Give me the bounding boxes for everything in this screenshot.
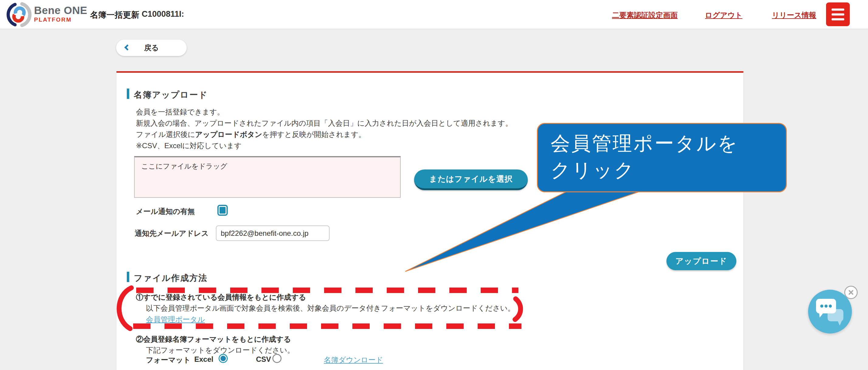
upload-description: 会員を一括登録できます。 新規入会の場合、アップロードされたファイル内の項目「入… <box>136 106 513 151</box>
dropzone-hint: ここにファイルをドラッグ <box>142 162 227 171</box>
method2-heading: ②会員登録名簿フォーマットをもとに作成する <box>136 334 291 344</box>
select-file-button[interactable]: またはファイルを選択 <box>414 169 528 190</box>
annotation-callout: 会員管理ポータルを クリック <box>537 123 787 192</box>
roster-download-link[interactable]: 名簿ダウンロード <box>324 355 383 365</box>
mail-notify-label: メール通知の有無 <box>136 207 195 216</box>
description-note: ※CSV、Excelに対応しています <box>136 140 513 151</box>
format-option-csv-label: CSV <box>256 355 271 364</box>
format-radio-excel[interactable] <box>219 354 228 363</box>
mail-notify-checkbox[interactable] <box>217 205 228 216</box>
chevron-left-icon <box>124 45 130 51</box>
method1-heading: ①すでに登録されている会員情報をもとに作成する <box>136 292 306 302</box>
mail-address-input[interactable] <box>216 225 330 241</box>
chat-close-icon[interactable] <box>844 286 858 299</box>
screen-code: C1000811I: <box>142 9 184 19</box>
logo-text: Bene ONE PLATFORM <box>34 5 87 23</box>
member-portal-link[interactable]: 会員管理ポータル <box>146 315 205 324</box>
file-creation-section-title: ファイル作成方法 <box>134 272 208 284</box>
description-line: 会員を一括登録できます。 <box>136 106 513 117</box>
header: Bene ONE PLATFORM 名簿一括更新 C1000811I: 二要素認… <box>0 0 868 29</box>
format-radio-csv[interactable] <box>272 354 282 363</box>
logo-brand: Bene ONE <box>34 5 87 16</box>
release-info-link[interactable]: リリース情報 <box>772 10 816 20</box>
main-card: 名簿アップロード 会員を一括登録できます。 新規入会の場合、アップロードされたフ… <box>117 71 743 370</box>
two-factor-settings-link[interactable]: 二要素認証設定画面 <box>612 10 678 20</box>
format-option-excel-label: Excel <box>194 355 213 364</box>
back-button[interactable]: 戻る <box>116 39 187 56</box>
bene-one-logo-icon <box>5 1 32 28</box>
logo-platform: PLATFORM <box>34 17 87 23</box>
callout-text-line2: クリック <box>551 157 786 183</box>
logout-link[interactable]: ログアウト <box>705 10 742 20</box>
section-accent-bar <box>127 89 129 99</box>
format-label: フォーマット <box>146 355 191 365</box>
method1-description: 以下会員管理ポータル画面で対象会員を検索後、対象会員のデータ付きフォーマットをダ… <box>146 303 515 313</box>
mail-address-label: 通知先メールアドレス <box>135 229 209 238</box>
method2-description: 下記フォーマットをダウンロードください。 <box>146 345 294 355</box>
upload-button[interactable]: アップロード <box>666 252 736 270</box>
page: Bene ONE PLATFORM 名簿一括更新 C1000811I: 二要素認… <box>0 0 868 370</box>
page-title: 名簿一括更新 <box>90 9 139 20</box>
upload-section-title: 名簿アップロード <box>134 89 208 101</box>
file-dropzone[interactable]: ここにファイルをドラッグ <box>134 156 401 198</box>
description-line: ファイル選択後にアップロードボタンを押すと反映が開始されます。 <box>136 129 513 140</box>
callout-text-line1: 会員管理ポータルを <box>551 130 786 157</box>
hamburger-menu-icon[interactable] <box>826 2 850 26</box>
description-line: 新規入会の場合、アップロードされたファイル内の項目「入会日」に入力された日が入会… <box>136 117 513 129</box>
section-accent-bar <box>127 272 129 282</box>
back-button-label: 戻る <box>144 43 159 53</box>
